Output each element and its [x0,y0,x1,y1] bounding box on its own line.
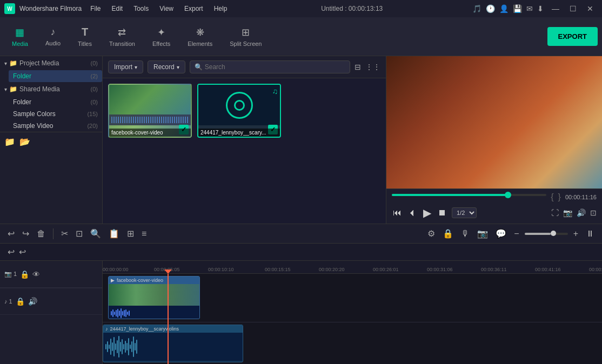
project-media-label: Project Media [19,59,91,67]
save-icon[interactable]: 💾 [513,4,522,13]
titles-icon: T [82,26,88,38]
left-panel: ▾ 📁 Project Media (0) Folder (2) ▾ [0,56,103,224]
sample-video-item[interactable]: Sample Video (20) [9,120,102,132]
audio-lock-icon[interactable]: 🔒 [16,297,25,306]
download-icon[interactable]: ⬇ [537,4,544,13]
toolbar-splitscreen[interactable]: ⊞ Split Screen [222,22,269,51]
menu-tools[interactable]: Tools [129,4,153,14]
close-button[interactable]: ✕ [583,3,598,14]
audio-volume-icon[interactable]: 🔊 [28,297,37,306]
menu-edit[interactable]: Edit [108,4,128,14]
clock-icon[interactable]: 🕐 [486,4,495,13]
titlebar: W Wondershare Filmora File Edit Tools Vi… [0,0,602,17]
toolbar-audio[interactable]: ♪ Audio [38,22,68,51]
project-media-folder-icon: 📁 [9,59,17,67]
progress-bar[interactable] [392,194,546,196]
mail-icon[interactable]: ✉ [526,4,533,13]
minimize-button[interactable]: — [548,3,563,14]
export-button[interactable]: EXPORT [547,27,598,46]
zoom-button[interactable]: 🔍 [88,227,103,240]
fullscreen-icon[interactable]: ⛶ [551,208,559,217]
adjust-button[interactable]: ≡ [139,228,149,240]
toolbar-splitscreen-label: Split Screen [230,41,262,47]
right-panel: { } 00:00:11:16 ⏮ ⏴ ▶ ⏹ 1/2 1/4 [386,56,602,224]
main-toolbar: ▦ Media ♪ Audio T Titles ⇄ Transition ✦ … [0,17,602,56]
filter-icon[interactable]: ⊟ [354,63,361,71]
bracket-left-icon[interactable]: { [551,192,553,202]
snapshot-icon[interactable]: 📷 [563,208,572,217]
mic-icon[interactable]: 🎙 [459,228,472,240]
window-title: Untitled : 00:00:13:13 [321,5,383,12]
group-button[interactable]: ↩ [17,246,28,258]
menu-bar: File Edit Tools View Export Help [86,4,231,14]
user-icon[interactable]: 👤 [499,4,509,13]
toolbar-transition[interactable]: ⇄ Transition [102,22,143,51]
import-folder-icon[interactable]: 📂 [19,137,30,147]
zoom-in-icon[interactable]: + [571,228,580,240]
media-card-audio[interactable]: ♫ ✓ 244417_lennyboy__scary... [197,84,281,138]
video-eye-icon[interactable]: 👁 [32,270,40,279]
cut-button[interactable]: ✂ [59,227,70,240]
menu-view[interactable]: View [155,4,178,14]
preview-area [386,56,602,188]
video-lock-icon[interactable]: 🔒 [20,270,29,279]
preview-right-icons: ⛶ 📷 🔊 ⊡ [551,208,597,217]
subtitle-icon[interactable]: 💬 [493,227,509,240]
menu-export[interactable]: Export [180,4,208,14]
music-icon[interactable]: 🎵 [472,4,481,13]
sample-colors-item[interactable]: Sample Colors (15) [9,108,102,120]
speed-selector[interactable]: 1/2 1/4 1 [452,207,477,218]
volume-icon[interactable]: 🔊 [577,208,586,217]
undo-button[interactable]: ↩ [5,227,17,240]
step-back-button[interactable]: ⏮ [392,207,403,219]
video-timeline-track: ▶ facebook-cover-video [103,274,602,322]
search-input[interactable] [205,63,345,71]
window-controls: — ☐ ✕ [548,3,598,14]
search-box[interactable]: 🔍 [190,60,350,73]
import-dropdown[interactable]: Import ▾ [108,60,143,73]
folder-item-count: (2) [91,73,98,79]
toolbar-titles[interactable]: T Titles [70,22,99,51]
stop-button[interactable]: ⏹ [437,207,447,219]
grid-view-icon[interactable]: ⋮⋮ [365,63,380,71]
settings-icon[interactable]: ⚙ [425,227,437,240]
bracket-right-icon[interactable]: } [558,192,561,202]
audio-clip[interactable]: ♪ 244417_lennyboy__scaryviolins [103,325,243,362]
play-button[interactable]: ▶ [422,205,432,220]
menu-file[interactable]: File [86,4,105,14]
video-track-controls: 📷 1 🔒 👁 [0,261,102,288]
copy-button[interactable]: 📋 [106,227,122,240]
add-track-button[interactable]: ↩ [5,246,17,258]
progress-thumb [505,192,511,198]
split-button[interactable]: ⊞ [125,227,136,240]
toolbar-effects[interactable]: ✦ Effects [145,22,178,51]
zoom-out-icon[interactable]: − [512,228,521,240]
toolbar-elements[interactable]: ❋ Elements [180,22,220,51]
preview-video [386,56,602,188]
pip-icon[interactable]: ⊡ [590,208,597,217]
camera-icon[interactable]: 📷 [475,227,490,240]
lock-icon[interactable]: 🔒 [440,227,456,240]
toolbar-media[interactable]: ▦ Media [4,22,36,51]
media-card-video[interactable]: ✓ facebook-cover-video [108,84,192,138]
record-dropdown[interactable]: Record ▾ [148,60,185,73]
pause-all-icon[interactable]: ⏸ [584,228,597,240]
shared-media-header[interactable]: ▾ 📁 Shared Media (0) [0,82,102,96]
timeline-body: 📷 1 🔒 👁 ♪ 1 🔒 🔊 00:00:00:00 0 [0,261,602,364]
video-clip[interactable]: ▶ facebook-cover-video [108,276,200,319]
project-media-header[interactable]: ▾ 📁 Project Media (0) [0,56,102,70]
sample-video-label: Sample Video [13,122,53,130]
maximize-button[interactable]: ☐ [565,3,580,14]
redo-button[interactable]: ↪ [20,227,31,240]
audio-timeline-track: ♪ 244417_lennyboy__scaryviolins [103,322,602,364]
menu-help[interactable]: Help [210,4,232,14]
crop-button[interactable]: ⊡ [73,227,85,240]
import-label: Import [114,63,132,71]
timeline-toolbar: ↩ ↪ 🗑 ✂ ⊡ 🔍 📋 ⊞ ≡ ⚙ 🔒 🎙 📷 💬 − [0,224,602,244]
folder-item[interactable]: Folder (2) [9,70,102,82]
delete-button[interactable]: 🗑 [35,228,48,240]
new-folder-icon[interactable]: 📁 [4,137,15,147]
frame-back-button[interactable]: ⏴ [407,207,418,219]
shared-folder-item[interactable]: Folder (0) [9,96,102,108]
play-buttons: ⏮ ⏴ ▶ ⏹ 1/2 1/4 1 [392,205,477,220]
